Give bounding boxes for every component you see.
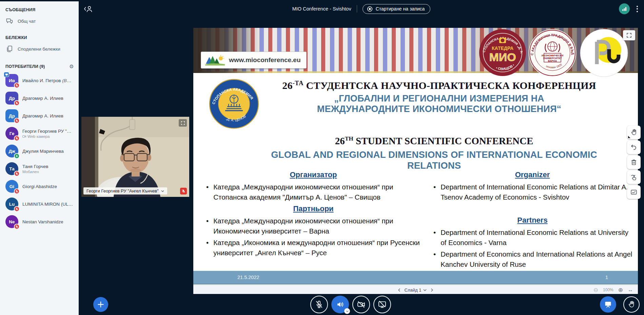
- unmute-microphone-button[interactable]: [310, 296, 328, 313]
- record-icon: [367, 6, 373, 12]
- expand-icon: [181, 121, 185, 125]
- user-name: Георги Георгиев РУ "Ангел Кънч...: [22, 129, 73, 134]
- notes-section-header: БЕЛЕЖКИ: [0, 33, 79, 42]
- avatar: Др: [5, 92, 18, 105]
- muted-mic-badge-icon: [14, 100, 20, 106]
- hand-tool-button[interactable]: [627, 126, 641, 139]
- user-list-item[interactable]: Lu LUMINITA MIRON (ULIM): [0, 195, 79, 213]
- slide-select-dropdown[interactable]: Слайд 1: [405, 288, 427, 293]
- user-name: Таня Горчев: [22, 164, 48, 169]
- user-list-item[interactable]: Др Драгомир А. Илиев: [0, 107, 79, 125]
- action-bar: [310, 296, 391, 313]
- fit-width-button[interactable]: ↔: [628, 287, 633, 293]
- restore-presentation-button[interactable]: [600, 296, 616, 313]
- slide-title-block: 26-ТА СТУДЕНТСКА НАУЧНО-ПРАКТИЧЕСКА КОНФ…: [258, 79, 621, 114]
- slide-bullet: •Катедра „Икономика и международни отнош…: [206, 238, 423, 258]
- avatar-initials: Др: [9, 113, 15, 118]
- user-list-item[interactable]: Ne Nestan Varshanidze: [0, 213, 79, 230]
- slide-navigation: Слайд 1: [193, 285, 638, 294]
- muted-mic-badge-icon: [14, 82, 20, 88]
- muted-mic-badge-icon: [14, 206, 20, 212]
- svg-text:ВАРНА: ВАРНА: [548, 59, 557, 62]
- plus-icon: [97, 301, 104, 308]
- webcam-video-frame: [81, 117, 189, 197]
- clear-annotations-button[interactable]: [627, 155, 641, 169]
- user-list-item[interactable]: Та Таня ГорчевМобилен: [0, 160, 79, 178]
- avatar: Lu: [5, 198, 18, 210]
- avatar-initials: Дж: [8, 149, 15, 154]
- options-menu-button[interactable]: [635, 4, 639, 14]
- hand-tool-icon: [630, 129, 638, 136]
- bbb-conference-app: СЪОБЩЕНИЯ Общ чат БЕЛЕЖКИ Споделени беле…: [0, 0, 644, 315]
- chevron-down-icon: [346, 310, 349, 312]
- user-name: LUMINITA MIRON (ULIM): [22, 202, 73, 207]
- slide-bullet: •Катедра „Международни икономически отно…: [206, 216, 423, 236]
- zoom-in-button[interactable]: ⊕: [618, 287, 623, 293]
- user-list-item[interactable]: Gi Giorgi Abashidze: [0, 178, 79, 195]
- sidebar-item-shared-notes[interactable]: Споделени бележки: [0, 42, 79, 56]
- avatar: Ге: [5, 127, 18, 140]
- avatar-initials: Ив: [9, 78, 15, 83]
- start-recording-button[interactable]: Стартиране на записа: [363, 4, 431, 14]
- previous-slide-button[interactable]: [397, 288, 401, 292]
- presentation-fullscreen-button[interactable]: [623, 30, 635, 40]
- slide-controls-bar: Слайд 1 ⊖ 100% ⊕ ↔: [193, 285, 638, 294]
- multi-user-whiteboard-button[interactable]: [627, 170, 641, 184]
- share-screen-button[interactable]: [373, 296, 391, 313]
- mio-logo: [205, 54, 225, 66]
- user-list-item[interactable]: Ге Георги Георгиев РУ "Ангел Кънч...Web …: [0, 125, 79, 142]
- mio-url-text: www.mioconference.eu: [229, 56, 301, 64]
- user-list-item[interactable]: Др Драгомир А. Илиев: [0, 89, 79, 107]
- mio-website-label: www.mioconference.eu: [201, 52, 307, 69]
- slide-subtitle-en: GLOBAL AND REGIONAL DIMENSIONS OF INTERN…: [244, 149, 624, 171]
- slide-bullet: •Department of International Economic Re…: [433, 182, 634, 202]
- meeting-title: MIO Conference - Svishtov: [292, 6, 351, 12]
- actions-plus-button[interactable]: [93, 297, 108, 312]
- user-meta: Nestan Varshanidze: [22, 219, 63, 224]
- palm-rejection-icon: [630, 188, 638, 196]
- presenter-badge-icon: [4, 72, 9, 77]
- undo-icon: [630, 144, 638, 151]
- sidebar-item-public-chat[interactable]: Общ чат: [0, 14, 79, 28]
- share-webcam-button[interactable]: [352, 296, 370, 313]
- user-meta: Ивайло И. Петров (Вие): [22, 78, 73, 83]
- microphone-muted-icon: [315, 300, 324, 309]
- zoom-out-button[interactable]: ⊖: [593, 287, 598, 293]
- zoom-controls: ⊖ 100% ⊕ ↔: [593, 285, 633, 294]
- user-meta: Джулия Маринчева: [22, 149, 64, 154]
- audio-options-chevron[interactable]: [344, 308, 350, 314]
- webcam-fullscreen-button[interactable]: [179, 119, 187, 127]
- webcam-video[interactable]: Георги Георгиев РУ "Ангел Кънчев": [81, 117, 189, 197]
- voice-badge-icon: [14, 153, 20, 159]
- muted-mic-badge-icon: [14, 224, 20, 229]
- user-list-item[interactable]: Дж Джулия Маринчева: [0, 142, 79, 160]
- slide-section: Partners•Department of International Eco…: [431, 216, 634, 270]
- user-meta: Таня ГорчевМобилен: [22, 164, 48, 174]
- raise-hand-button[interactable]: [623, 296, 640, 313]
- avatar: Ив: [5, 74, 18, 87]
- leave-audio-button[interactable]: [331, 296, 349, 313]
- messages-header-label: СЪОБЩЕНИЯ: [5, 7, 35, 12]
- users-settings-gear-icon[interactable]: ⚙: [69, 64, 74, 69]
- avatar: Та: [5, 162, 18, 175]
- palm-rejection-button[interactable]: [627, 185, 641, 199]
- svg-text:КАТЕДРА: КАТЕДРА: [492, 45, 513, 51]
- user-list-item[interactable]: Ив Ивайло И. Петров (Вие): [0, 72, 79, 89]
- muted-mic-badge-icon: [14, 171, 20, 177]
- connection-status-button[interactable]: [619, 3, 630, 14]
- topbar-center: MIO Conference - Svishtov Стартиране на …: [79, 0, 644, 18]
- next-slide-button[interactable]: [430, 288, 434, 292]
- avatar-initials: Gi: [9, 184, 14, 189]
- user-name: Giorgi Abashidze: [22, 184, 57, 189]
- user-meta: LUMINITA MIRON (ULIM): [22, 202, 73, 207]
- avatar: Дж: [5, 145, 18, 158]
- trash-icon: [630, 159, 638, 166]
- muted-mic-badge-icon: [14, 135, 20, 141]
- mic-muted-icon: [181, 189, 186, 193]
- record-button-label: Стартиране на записа: [376, 6, 425, 12]
- slide-section-header: Organizer: [431, 170, 634, 179]
- slide-title-en: 26TH STUDENT SCIENTIFIC CONFERENCE: [244, 135, 624, 147]
- undo-annotation-button[interactable]: [627, 141, 641, 154]
- webcam-name-label[interactable]: Георги Георгиев РУ "Ангел Кънчев": [83, 187, 167, 194]
- mio-department-logo: СТОПАНСКА АКАДЕМИЯ „Д. А. ЦЕНОВ“ КАТЕДРА…: [479, 29, 527, 77]
